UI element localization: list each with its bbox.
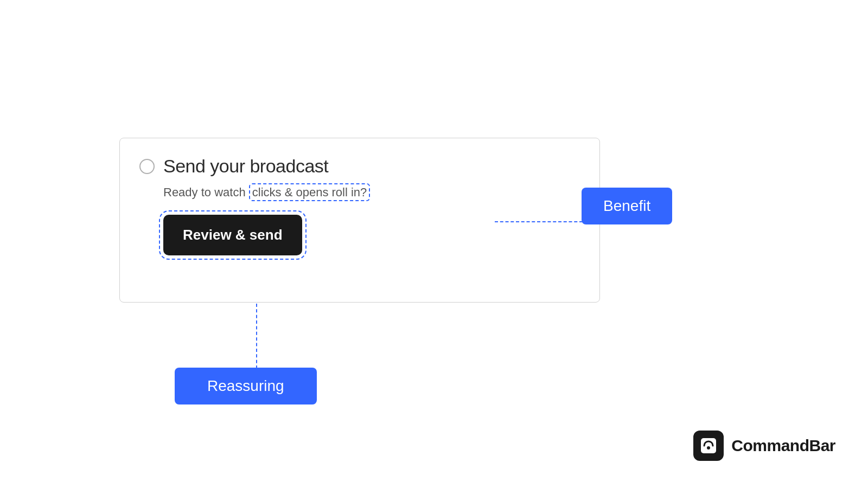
- review-send-button[interactable]: Review & send: [163, 215, 302, 255]
- connector-line-horizontal: [495, 221, 583, 222]
- radio-button[interactable]: [139, 159, 155, 174]
- svg-point-1: [707, 446, 710, 450]
- commandbar-icon: [693, 431, 724, 461]
- reassuring-badge: Reassuring: [175, 368, 317, 404]
- subtitle-text-before: Ready to watch: [163, 185, 246, 199]
- card-title: Send your broadcast: [163, 156, 328, 177]
- benefit-badge: Benefit: [582, 188, 672, 224]
- card-header: Send your broadcast: [139, 156, 580, 177]
- commandbar-icon-svg: [699, 436, 718, 455]
- svg-rect-0: [701, 438, 716, 453]
- card-subtitle: Ready to watch clicks & opens roll in?: [139, 185, 580, 200]
- subtitle-highlight: clicks & opens roll in?: [249, 183, 371, 201]
- commandbar-name: CommandBar: [731, 436, 835, 455]
- broadcast-card: Send your broadcast Ready to watch click…: [119, 138, 600, 303]
- connector-line-vertical: [256, 304, 257, 369]
- commandbar-logo: CommandBar: [693, 431, 835, 461]
